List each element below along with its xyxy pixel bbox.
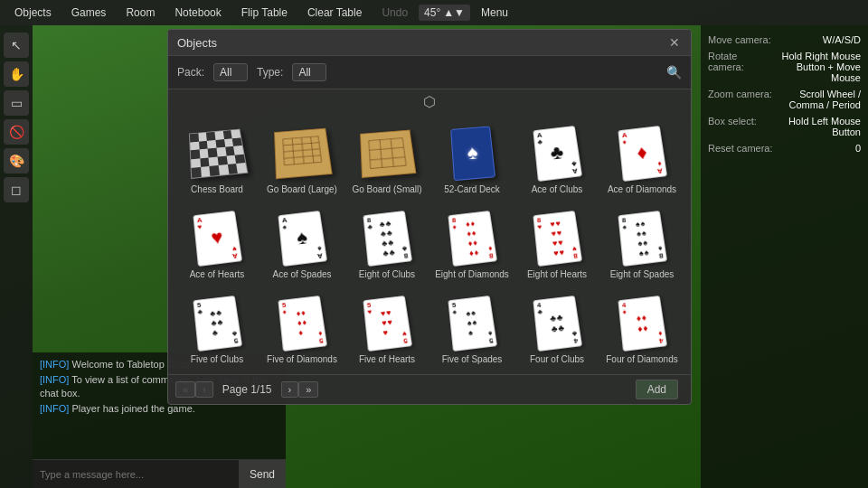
five-clubs-label: Five of Clubs bbox=[191, 354, 243, 365]
menu-main[interactable]: Menu bbox=[472, 4, 517, 22]
pack-label: Pack: bbox=[177, 66, 204, 79]
objects-dialog: Objects ✕ Pack: All Type: All 🔍 ⬡ bbox=[167, 29, 692, 405]
list-item[interactable]: Go Board (Small) bbox=[345, 117, 429, 201]
eight-hearts-label: Eight of Hearts bbox=[527, 269, 587, 280]
cursor-tool[interactable]: ↖ bbox=[4, 33, 29, 58]
go-board-small-thumb bbox=[355, 123, 419, 182]
box-select-label: Box select: bbox=[708, 116, 757, 127]
chat-send-button[interactable]: Send bbox=[239, 460, 286, 488]
menu-games[interactable]: Games bbox=[62, 4, 116, 22]
select-tool[interactable]: ▭ bbox=[4, 90, 29, 116]
add-button[interactable]: Add bbox=[636, 380, 678, 399]
menu-room[interactable]: Room bbox=[117, 4, 164, 22]
eight-diamonds-thumb: 8♦ ♦♦♦♦♦♦♦♦ 8♦ bbox=[440, 208, 504, 267]
ace-hearts-thumb: A♥ ♥ A♥ bbox=[185, 208, 249, 267]
list-item[interactable]: 5♣ ♣♣♣♣♣ 5♣ Five of Clubs bbox=[175, 287, 259, 371]
svg-line-1 bbox=[283, 143, 319, 145]
svg-line-10 bbox=[369, 137, 402, 140]
svg-line-0 bbox=[283, 136, 318, 139]
eight-clubs-thumb: 8♣ ♣♣♣♣♣♣♣♣ 8♣ bbox=[355, 208, 419, 267]
pack-select[interactable]: All bbox=[213, 63, 248, 81]
zoom-camera-value: Scroll Wheel /Comma / Period bbox=[789, 89, 861, 110]
page-first-button[interactable]: « bbox=[175, 381, 195, 398]
rotate-camera-label: Rotate camera: bbox=[708, 51, 771, 72]
list-item[interactable]: 5♦ ♦♦♦♦♦ 5♦ Five of Diamonds bbox=[260, 287, 344, 371]
hide-tool[interactable]: 🚫 bbox=[4, 119, 29, 145]
page-prev-button[interactable]: ‹ bbox=[195, 381, 213, 398]
page-next-button[interactable]: › bbox=[281, 381, 299, 398]
menu-flip-table[interactable]: Flip Table bbox=[232, 4, 297, 22]
four-clubs-label: Four of Clubs bbox=[530, 354, 584, 365]
eight-diamonds-label: Eight of Diamonds bbox=[435, 269, 509, 280]
eight-clubs-label: Eight of Clubs bbox=[359, 269, 415, 280]
list-item[interactable]: ♠ 52-Card Deck bbox=[430, 117, 514, 201]
list-item[interactable]: 5♥ ♥♥♥♥♥ 5♥ Five of Hearts bbox=[345, 287, 429, 371]
svg-line-4 bbox=[285, 162, 322, 164]
svg-line-2 bbox=[284, 149, 320, 152]
svg-line-3 bbox=[284, 155, 321, 158]
type-select[interactable]: All bbox=[292, 63, 326, 81]
ace-spades-label: Ace of Spades bbox=[272, 269, 331, 280]
five-diamonds-label: Five of Diamonds bbox=[267, 354, 337, 365]
card-deck-label: 52-Card Deck bbox=[444, 184, 500, 195]
five-hearts-thumb: 5♥ ♥♥♥♥♥ 5♥ bbox=[355, 293, 419, 352]
search-icon[interactable]: 🔍 bbox=[666, 65, 682, 80]
hand-tool[interactable]: ✋ bbox=[4, 61, 29, 87]
list-item[interactable]: A♦ ♦ A♦ Ace of Diamonds bbox=[600, 117, 684, 201]
four-diamonds-thumb: 4♦ ♦♦♦♦ 4♦ bbox=[610, 293, 674, 352]
list-item[interactable]: 8♠ ♠♠♠♠♠♠♠♠ 8♠ Eight of Spades bbox=[600, 202, 684, 286]
zoom-camera-label: Zoom camera: bbox=[708, 89, 772, 99]
type-select-wrap: All bbox=[292, 63, 326, 81]
pack-select-wrap: All bbox=[213, 63, 248, 81]
list-item[interactable]: 8♦ ♦♦♦♦♦♦♦♦ 8♦ Eight of Diamonds bbox=[430, 202, 514, 286]
angle-selector[interactable]: 45° ▲▼ bbox=[419, 5, 470, 21]
menu-objects[interactable]: Objects bbox=[5, 4, 61, 22]
eight-spades-thumb: 8♠ ♠♠♠♠♠♠♠♠ 8♠ bbox=[610, 208, 674, 267]
paint-tool[interactable]: 🎨 bbox=[4, 148, 29, 174]
svg-line-15 bbox=[380, 139, 382, 167]
ace-clubs-thumb: A♣ ♣ A♣ bbox=[525, 123, 589, 182]
five-hearts-label: Five of Hearts bbox=[359, 354, 415, 365]
list-item[interactable]: A♠ ♠ A♠ Ace of Spades bbox=[260, 202, 344, 286]
card-deck-thumb: ♠ bbox=[440, 123, 504, 182]
controls-panel: Move camera: W/A/S/D Rotate camera: Hold… bbox=[701, 25, 868, 488]
five-spades-thumb: 5♠ ♠♠♠♠♠ 5♠ bbox=[440, 293, 504, 352]
box-select-value: Hold Left MouseButton bbox=[788, 116, 861, 137]
eight-hearts-thumb: 8♥ ♥♥♥♥♥♥♥♥ 8♥ bbox=[525, 208, 589, 267]
dialog-close-button[interactable]: ✕ bbox=[667, 35, 682, 50]
chat-input[interactable] bbox=[33, 460, 239, 488]
go-board-large-label: Go Board (Large) bbox=[267, 184, 337, 195]
reset-camera-label: Reset camera: bbox=[708, 143, 773, 154]
type-label: Type: bbox=[257, 66, 283, 79]
svg-line-16 bbox=[391, 138, 393, 166]
five-spades-label: Five of Spades bbox=[442, 354, 503, 365]
top-bar: Objects Games Room Notebook Flip Table C… bbox=[0, 0, 868, 25]
ace-diamonds-label: Ace of Diamonds bbox=[608, 184, 676, 195]
list-item[interactable]: 4♦ ♦♦♦♦ 4♦ Four of Diamonds bbox=[600, 287, 684, 371]
reset-camera-value: 0 bbox=[855, 143, 861, 154]
page-info: Page 1/15 bbox=[213, 383, 281, 396]
ace-spades-thumb: A♠ ♠ A♠ bbox=[270, 208, 334, 267]
list-item[interactable]: 8♣ ♣♣♣♣♣♣♣♣ 8♣ Eight of Clubs bbox=[345, 202, 429, 286]
go-board-large-thumb bbox=[270, 123, 334, 182]
menu-clear-table[interactable]: Clear Table bbox=[298, 4, 371, 22]
four-diamonds-label: Four of Diamonds bbox=[606, 354, 677, 365]
erase-tool[interactable]: ◻ bbox=[4, 177, 29, 202]
move-camera-label: Move camera: bbox=[708, 34, 771, 45]
page-last-button[interactable]: » bbox=[298, 381, 318, 398]
objects-grid: Chess Board bbox=[168, 114, 691, 374]
list-item[interactable]: A♥ ♥ A♥ Ace of Hearts bbox=[175, 202, 259, 286]
list-item[interactable]: 4♣ ♣♣♣♣ 4♣ Four of Clubs bbox=[515, 287, 599, 371]
svg-line-11 bbox=[370, 147, 404, 150]
list-item[interactable]: Go Board (Large) bbox=[260, 117, 344, 201]
chess-board-thumb bbox=[185, 123, 249, 182]
menu-undo[interactable]: Undo bbox=[373, 4, 417, 22]
list-item[interactable]: 5♠ ♠♠♠♠♠ 5♠ Five of Spades bbox=[430, 287, 514, 371]
list-item[interactable]: A♣ ♣ A♣ Ace of Clubs bbox=[515, 117, 599, 201]
svg-line-12 bbox=[370, 156, 405, 159]
list-item[interactable]: Chess Board bbox=[175, 117, 259, 201]
ace-clubs-label: Ace of Clubs bbox=[532, 184, 583, 195]
left-toolbar: ↖ ✋ ▭ 🚫 🎨 ◻ bbox=[0, 25, 33, 488]
menu-notebook[interactable]: Notebook bbox=[165, 4, 230, 22]
list-item[interactable]: 8♥ ♥♥♥♥♥♥♥♥ 8♥ Eight of Hearts bbox=[515, 202, 599, 286]
